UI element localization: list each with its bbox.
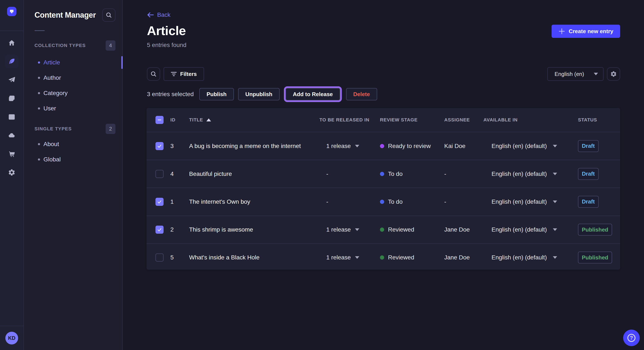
table-row[interactable]: 4 Beautiful picture - To do - English (e…: [146, 160, 620, 188]
search-button[interactable]: [147, 67, 160, 81]
sidebar-item-category[interactable]: Category: [24, 85, 122, 101]
cell-available-in[interactable]: English (en) (default): [484, 254, 578, 261]
subnav-search-button[interactable]: [102, 8, 116, 22]
status-badge: Draft: [578, 196, 599, 208]
sort-asc-icon: [206, 118, 211, 121]
single-types-count-badge: 2: [106, 124, 116, 134]
chevron-down-icon: [355, 228, 359, 231]
cell-available-in[interactable]: English (en) (default): [484, 171, 578, 177]
cell-title: A bug is becoming a meme on the internet: [189, 143, 320, 150]
col-header-review[interactable]: REVIEW STAGE: [380, 117, 444, 123]
user-avatar[interactable]: KD: [5, 332, 18, 345]
main-nav-rail: KD: [0, 0, 24, 350]
cell-released[interactable]: 1 release: [320, 254, 380, 261]
chevron-down-icon: [355, 256, 359, 259]
cell-title: The internet's Own boy: [189, 198, 320, 205]
cell-released[interactable]: 1 release: [320, 143, 380, 150]
main-content: Back Article 5 entries found Create new …: [123, 0, 644, 350]
strapi-logo[interactable]: [7, 7, 16, 16]
sidebar-item-article[interactable]: Article: [24, 55, 122, 70]
select-all-checkbox[interactable]: [156, 116, 164, 124]
chevron-down-icon: [553, 228, 557, 231]
sidebar-item-global[interactable]: Global: [24, 152, 122, 167]
cell-available-in[interactable]: English (en) (default): [484, 198, 578, 205]
status-badge: Draft: [578, 168, 599, 180]
col-header-title[interactable]: TITLE: [189, 117, 320, 123]
add-to-release-button[interactable]: Add to Release: [286, 88, 340, 100]
table-row[interactable]: 2 This shrimp is awesome 1 release Revie…: [146, 216, 620, 244]
filter-icon: [171, 71, 177, 77]
selected-count-text: 3 entries selected: [147, 91, 199, 98]
delete-button[interactable]: Delete: [346, 88, 377, 100]
create-new-entry-button[interactable]: Create new entry: [552, 25, 620, 38]
cell-title: Beautiful picture: [189, 171, 320, 177]
sidebar-item-author[interactable]: Author: [24, 70, 122, 85]
cloud-icon[interactable]: [5, 129, 18, 142]
bullet-icon: [38, 159, 40, 161]
col-header-assignee[interactable]: ASSIGNEE: [444, 117, 484, 123]
col-header-status[interactable]: STATUS: [578, 117, 620, 123]
sidebar-item-user[interactable]: User: [24, 101, 122, 116]
publish-button[interactable]: Publish: [199, 88, 234, 100]
stage-dot: [380, 172, 384, 176]
col-header-id[interactable]: ID: [170, 117, 189, 123]
col-header-released[interactable]: TO BE RELEASED IN: [320, 117, 380, 123]
media-library-icon[interactable]: [5, 92, 18, 105]
marketplace-cart-icon[interactable]: [5, 147, 18, 161]
section-label-single-types: SINGLE TYPES: [34, 126, 72, 132]
table-row[interactable]: 1 The internet's Own boy - To do - Engli…: [146, 188, 620, 216]
collection-types-count-badge: 4: [106, 40, 116, 51]
bullet-icon: [38, 77, 40, 79]
question-mark-icon: ?: [628, 334, 636, 342]
filters-button[interactable]: Filters: [164, 67, 204, 81]
table-row[interactable]: 5 What's inside a Black Hole 1 release R…: [146, 244, 620, 271]
help-button[interactable]: ?: [623, 330, 640, 346]
sidebar-item-label: User: [44, 105, 56, 112]
home-icon[interactable]: [5, 36, 18, 50]
back-link[interactable]: Back: [147, 11, 170, 18]
cell-id: 2: [170, 226, 189, 233]
row-checkbox[interactable]: [156, 226, 164, 234]
sidebar-item-label: About: [44, 141, 59, 148]
rail-bottom-divider: [0, 326, 24, 326]
row-checkbox[interactable]: [156, 170, 164, 178]
cell-id: 4: [170, 171, 189, 177]
status-badge: Published: [578, 224, 612, 236]
content-manager-icon[interactable]: [5, 55, 18, 68]
sidebar-item-about[interactable]: About: [24, 137, 122, 152]
cell-released: -: [320, 198, 380, 205]
row-checkbox[interactable]: [156, 142, 164, 150]
locale-select[interactable]: English (en): [547, 67, 604, 81]
cell-available-in[interactable]: English (en) (default): [484, 226, 578, 233]
cell-review-stage: To do: [380, 198, 444, 205]
stage-dot: [380, 227, 384, 232]
cell-status: Draft: [578, 196, 620, 208]
cell-status: Published: [578, 252, 620, 263]
sidebar-item-label: Article: [44, 59, 60, 66]
cell-released[interactable]: 1 release: [320, 226, 380, 233]
send-icon[interactable]: [5, 73, 18, 87]
status-badge: Published: [578, 252, 612, 263]
col-header-available[interactable]: AVAILABLE IN: [484, 117, 578, 123]
settings-gear-icon[interactable]: [5, 166, 18, 179]
section-label-collection-types: COLLECTION TYPES: [34, 43, 86, 48]
cell-available-in[interactable]: English (en) (default): [484, 143, 578, 150]
chevron-down-icon: [553, 173, 557, 175]
bullet-icon: [38, 92, 40, 94]
subnav-divider: [34, 30, 45, 31]
unpublish-button[interactable]: Unpublish: [238, 88, 280, 100]
app-root: KD Content Manager COLLECTION TYPES 4 Ar…: [0, 0, 644, 350]
content-type-builder-icon[interactable]: [5, 110, 18, 124]
row-checkbox[interactable]: [156, 198, 164, 206]
bullet-icon: [38, 61, 40, 64]
cell-released: -: [320, 171, 380, 177]
subnav-title: Content Manager: [34, 11, 96, 19]
sidebar-item-label: Global: [44, 156, 61, 163]
chevron-down-icon: [553, 256, 557, 259]
table-row[interactable]: 3 A bug is becoming a meme on the intern…: [146, 132, 620, 160]
status-badge: Draft: [578, 140, 599, 152]
list-settings-button[interactable]: [607, 67, 620, 81]
page-title: Article: [147, 23, 186, 38]
row-checkbox[interactable]: [156, 253, 164, 262]
cell-status: Draft: [578, 140, 620, 152]
